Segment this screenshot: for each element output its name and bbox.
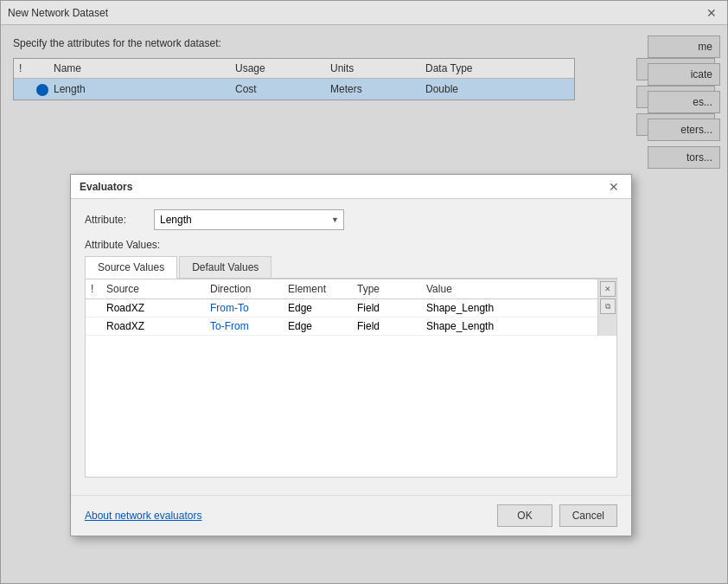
dialog-title: Evaluators xyxy=(80,181,132,193)
eval-table-row[interactable]: RoadXZ From-To Edge Field Shape_Length xyxy=(86,299,597,318)
eval-row1-element: Edge xyxy=(288,302,357,314)
about-evaluators-link[interactable]: About network evaluators xyxy=(85,510,201,522)
eval-table: ! Source Direction Element Type Value xyxy=(86,279,597,336)
attr-values-section: Attribute Values: Source Values Default … xyxy=(85,239,617,478)
eval-row2-direction: To-From xyxy=(210,320,288,332)
eval-row1-type: Field xyxy=(357,302,426,314)
dialog-body: Attribute: Length Attribute Values: Sour… xyxy=(71,199,631,495)
dialog-footer: About network evaluators OK Cancel xyxy=(71,495,631,536)
eval-row2-source: RoadXZ xyxy=(106,320,210,332)
attribute-select-wrapper: Length xyxy=(154,209,344,230)
eval-col-header-source: Source xyxy=(106,283,210,295)
eval-col-header-value: Value xyxy=(426,283,539,295)
cancel-button[interactable]: Cancel xyxy=(559,504,617,527)
eval-row2-element: Edge xyxy=(288,320,357,332)
attribute-select[interactable]: Length xyxy=(154,209,344,230)
evaluators-table-container: ! Source Direction Element Type Value xyxy=(85,279,617,478)
attribute-row: Attribute: Length xyxy=(85,209,617,230)
evaluators-dialog: Evaluators ✕ Attribute: Length Attribute… xyxy=(70,174,632,536)
eval-table-sidebar: ✕ ⧉ xyxy=(597,279,616,336)
eval-col-header-direction: Direction xyxy=(210,283,288,295)
ok-button[interactable]: OK xyxy=(497,504,552,527)
dialog-footer-buttons: OK Cancel xyxy=(497,504,617,527)
tab-default-values[interactable]: Default Values xyxy=(179,256,271,278)
eval-sidebar-btn-copy[interactable]: ⧉ xyxy=(600,298,616,314)
tab-source-values[interactable]: Source Values xyxy=(85,256,177,279)
eval-row1-value: Shape_Length xyxy=(426,302,539,314)
attribute-label: Attribute: xyxy=(85,214,145,226)
eval-table-wrapper: ! Source Direction Element Type Value xyxy=(86,279,616,336)
dialog-overlay: Evaluators ✕ Attribute: Length Attribute… xyxy=(1,1,727,583)
eval-row1-source: RoadXZ xyxy=(106,302,210,314)
attr-values-label: Attribute Values: xyxy=(85,239,617,251)
eval-row1-direction: From-To xyxy=(210,302,288,314)
dialog-title-bar: Evaluators ✕ xyxy=(71,175,631,199)
eval-row2-value: Shape_Length xyxy=(426,320,539,332)
eval-col-header-icon: ! xyxy=(91,283,106,295)
eval-col-header-element: Element xyxy=(288,283,357,295)
eval-table-header: ! Source Direction Element Type Value xyxy=(86,279,597,299)
eval-col-header-type: Type xyxy=(357,283,426,295)
eval-sidebar-btn-delete[interactable]: ✕ xyxy=(600,281,616,297)
tabs-container: Source Values Default Values xyxy=(85,256,617,279)
eval-row2-type: Field xyxy=(357,320,426,332)
main-window: New Network Dataset ✕ Specify the attrib… xyxy=(0,0,728,584)
dialog-close-button[interactable]: ✕ xyxy=(605,178,623,196)
eval-table-row[interactable]: RoadXZ To-From Edge Field Shape_Length xyxy=(86,318,597,336)
